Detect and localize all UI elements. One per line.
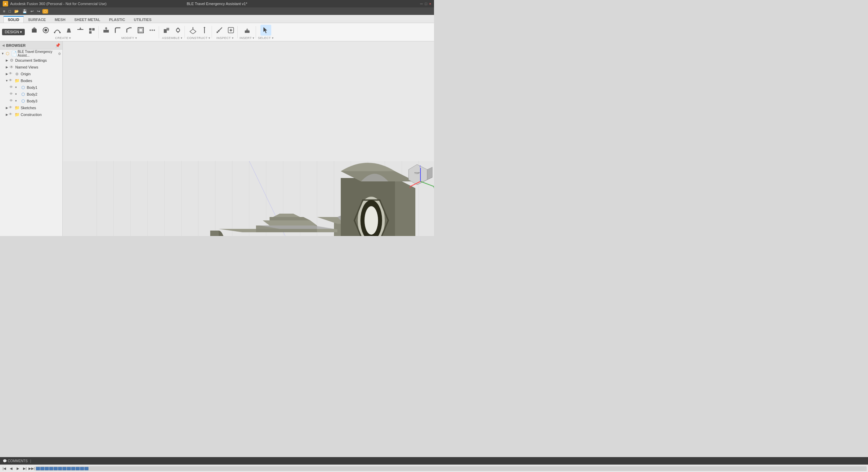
- tree-bodies[interactable]: ▼ 👁 📁 Bodies: [0, 77, 62, 84]
- select-btn[interactable]: [260, 25, 271, 36]
- toolbar-group-create: CREATE ▾: [27, 25, 99, 40]
- tree-body1-eye2[interactable]: ●: [15, 85, 20, 90]
- construct-plane-btn[interactable]: [188, 25, 198, 36]
- tree-named-views-arrow[interactable]: ▶: [5, 65, 9, 69]
- tab-mesh[interactable]: MESH: [50, 16, 70, 23]
- tree-sketches-arrow[interactable]: ▶: [5, 106, 9, 110]
- svg-marker-38: [263, 27, 267, 33]
- tree-body2-icon: ⬡: [20, 92, 26, 97]
- modify-chamfer-btn[interactable]: [124, 25, 135, 36]
- svg-rect-0: [32, 29, 37, 33]
- tab-solid[interactable]: SOLID: [3, 16, 24, 23]
- create-extrude-btn[interactable]: [29, 25, 40, 36]
- tree-root-settings[interactable]: ⚙: [58, 52, 61, 56]
- title-bar: A Autodesk Fusion 360 (Personal - Not fo…: [0, 0, 434, 7]
- tree-body2-eye[interactable]: 👁: [9, 92, 14, 97]
- tree-sketches-eye[interactable]: 👁: [9, 105, 14, 110]
- svg-point-110: [364, 206, 378, 235]
- minimize-button[interactable]: ─: [420, 2, 423, 6]
- tree-body1-eye[interactable]: 👁: [9, 85, 14, 90]
- tree-body3-eye[interactable]: 👁: [9, 99, 14, 103]
- viewport[interactable]: TOP X Y Z ⌂ ↻ ✥ 🔍 ⊡ ◻ ⋯: [63, 41, 434, 236]
- save-button[interactable]: 💾: [21, 9, 28, 14]
- tree-sketches[interactable]: ▶ 👁 📁 Sketches: [0, 104, 62, 111]
- tree-root-arrow[interactable]: ▼: [1, 52, 5, 56]
- tree-origin-arrow[interactable]: ▶: [5, 72, 9, 76]
- toolbar-group-modify: MODIFY ▾: [99, 25, 159, 40]
- share-button[interactable]: ⬡: [42, 9, 48, 14]
- browser-pin-btn[interactable]: 📌: [55, 43, 60, 48]
- svg-marker-87: [270, 217, 310, 220]
- 3d-viewport-canvas[interactable]: TOP X Y Z: [63, 41, 434, 236]
- tree-body2[interactable]: 👁 ● ⬡ Body2: [0, 91, 62, 98]
- menu-button[interactable]: ≡: [2, 9, 6, 14]
- redo-button[interactable]: ↪: [36, 9, 41, 14]
- tree-body2-eye2[interactable]: ●: [15, 92, 20, 97]
- tree-body1[interactable]: 👁 ● ⬡ Body1: [0, 84, 62, 91]
- tree-named-views-label: Named Views: [15, 65, 61, 69]
- svg-rect-21: [166, 28, 169, 31]
- insert-group-label: INSERT ▾: [240, 36, 255, 40]
- svg-marker-8: [79, 27, 81, 29]
- assemble-joint-btn[interactable]: [173, 25, 183, 36]
- svg-marker-14: [105, 27, 107, 28]
- create-revolve-btn[interactable]: [40, 25, 51, 36]
- close-button[interactable]: ×: [429, 2, 431, 6]
- tree-root[interactable]: ▼ ⬡ 📄 BLE Travel Emergency Assist... ⚙: [0, 50, 62, 57]
- create-sweep-btn[interactable]: [52, 25, 63, 36]
- create-group-label: CREATE ▾: [55, 36, 71, 40]
- tree-body3[interactable]: 👁 ● ⬡ Body3: [0, 98, 62, 104]
- tree-named-views[interactable]: ▶ 👁 Named Views: [0, 64, 62, 71]
- modify-group-label: MODIFY ▾: [121, 36, 137, 40]
- tree-body3-icon: ⬡: [20, 98, 26, 104]
- svg-rect-36: [245, 31, 250, 33]
- tree-origin-eye[interactable]: 👁: [9, 72, 14, 76]
- svg-rect-81: [210, 231, 219, 236]
- tree-doc-settings-icon: ⚙: [9, 58, 14, 63]
- inspect-measure-btn[interactable]: [214, 25, 225, 36]
- insert-btn[interactable]: [242, 25, 253, 36]
- tree-body3-eye2[interactable]: ●: [15, 99, 20, 103]
- tab-sheet-metal[interactable]: SHEET METAL: [70, 16, 105, 23]
- modify-press-pull-btn[interactable]: [101, 25, 112, 36]
- inspect-analysis-btn[interactable]: [225, 25, 236, 36]
- modify-fillet-btn[interactable]: [112, 25, 123, 36]
- toolbar-group-insert: INSERT ▾: [238, 25, 256, 40]
- create-loft-btn[interactable]: [63, 25, 74, 36]
- create-rib-btn[interactable]: [75, 25, 86, 36]
- assemble-group-label: ASSEMBLE ▾: [162, 36, 183, 40]
- tree-construction-label: Construction: [21, 113, 61, 117]
- tab-utilities[interactable]: UTILITIES: [130, 16, 156, 23]
- toolbar-group-select: SELECT ▾: [257, 25, 275, 40]
- undo-button[interactable]: ↩: [29, 9, 35, 14]
- tree-construction-eye[interactable]: 👁: [9, 112, 14, 117]
- svg-rect-20: [164, 29, 166, 33]
- tree-body1-icon: ⬡: [20, 85, 26, 90]
- browser-collapse-btn[interactable]: ◀: [2, 43, 5, 47]
- tree-bodies-eye[interactable]: 👁: [9, 78, 14, 83]
- quick-access-toolbar: ≡ □ 📂 💾 ↩ ↪ ⬡: [0, 7, 434, 15]
- assemble-component-btn[interactable]: [161, 25, 172, 36]
- tab-plastic[interactable]: PLASTIC: [105, 16, 130, 23]
- design-menu[interactable]: DESIGN ▾: [2, 29, 25, 35]
- create-more-btn[interactable]: [86, 25, 97, 36]
- tree-bodies-arrow[interactable]: ▼: [5, 79, 9, 83]
- tree-doc-settings-label: Document Settings: [15, 58, 61, 62]
- construct-axis-btn[interactable]: [199, 25, 210, 36]
- tree-doc-settings[interactable]: ▶ ⚙ Document Settings: [0, 57, 62, 64]
- toolbar-group-assemble: ASSEMBLE ▾: [160, 25, 185, 40]
- browser-header: ◀ BROWSER 📌: [0, 41, 62, 50]
- tree-construction[interactable]: ▶ 👁 📁 Construction: [0, 111, 62, 118]
- maximize-button[interactable]: □: [425, 2, 427, 6]
- modify-more-btn[interactable]: [147, 25, 158, 36]
- tree-origin[interactable]: ▶ 👁 ⊕ Origin: [0, 71, 62, 77]
- tree-sketches-label: Sketches: [21, 106, 61, 110]
- tab-surface[interactable]: SURFACE: [24, 16, 51, 23]
- svg-marker-37: [246, 28, 249, 31]
- modify-shell-btn[interactable]: [135, 25, 146, 36]
- tree-doc-icon: 📄: [11, 51, 17, 56]
- tree-construction-arrow[interactable]: ▶: [5, 113, 9, 117]
- open-button[interactable]: 📂: [13, 9, 20, 14]
- new-button[interactable]: □: [7, 9, 12, 14]
- tree-doc-settings-arrow[interactable]: ▶: [5, 58, 9, 62]
